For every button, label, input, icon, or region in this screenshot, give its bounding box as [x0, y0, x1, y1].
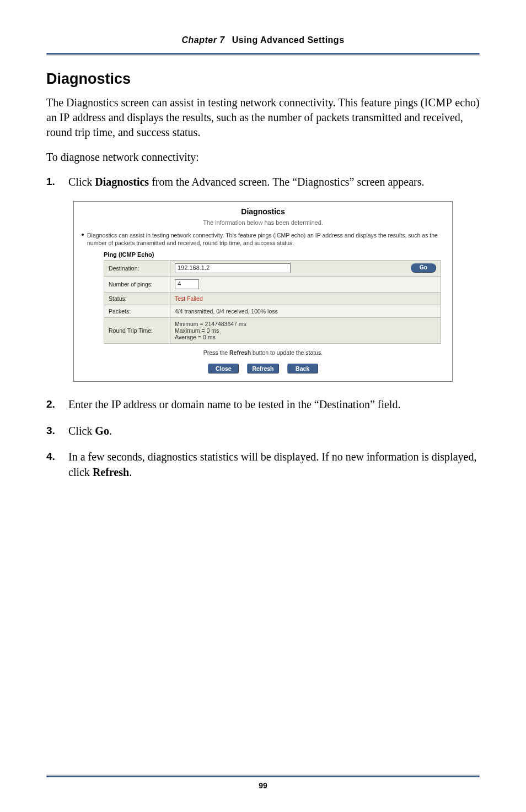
text: Click: [68, 176, 95, 188]
text: .: [129, 466, 132, 478]
embedded-screenshot: Diagnostics The information below has be…: [46, 201, 480, 382]
text: address and displays the results, such a…: [46, 111, 463, 138]
dialog-help-text: Press the Refresh button to update the s…: [79, 349, 447, 356]
step-1: 1. Click Diagnostics from the Advanced s…: [46, 175, 480, 190]
bold-text: Go: [95, 425, 109, 437]
page-number: 99: [0, 781, 526, 790]
dialog-note-text: Diagnostics can assist in testing networ…: [87, 231, 444, 247]
destination-label: Destination:: [104, 260, 170, 276]
smallcaps-icmp: ICMP: [424, 96, 452, 109]
footer-rule: [46, 775, 480, 777]
close-button[interactable]: Close: [208, 364, 239, 373]
section-heading: Diagnostics: [46, 71, 480, 88]
table-row: Packets: 4/4 transmitted, 0/4 received, …: [104, 305, 441, 317]
bold-text: Refresh: [93, 466, 129, 478]
text: Click: [68, 425, 95, 437]
bold-text: Diagnostics: [95, 176, 149, 188]
text: button to update the status.: [251, 349, 323, 356]
step-number: 1.: [46, 175, 60, 190]
chapter-label: Chapter 7: [181, 35, 224, 45]
step-number: 3.: [46, 424, 60, 439]
step-4: 4. In a few seconds, diagnostics statist…: [46, 450, 480, 480]
rtt-max: Maximum = 0 ms: [175, 327, 219, 334]
step-number: 4.: [46, 450, 60, 480]
text: .: [109, 425, 112, 437]
smallcaps-ip: IP: [60, 111, 70, 123]
rtt-value: Minimum = 2147483647 ms Maximum = 0 ms A…: [170, 317, 441, 343]
dialog-button-row: Close Refresh Back: [79, 364, 447, 373]
bold-text: Refresh: [229, 349, 251, 356]
header-rule: [46, 53, 480, 55]
intro-paragraph: The Diagnostics screen can assist in tes…: [46, 95, 480, 140]
step-number: 2.: [46, 397, 60, 413]
rtt-label: Round Trip Time:: [104, 317, 170, 343]
text: Press the: [203, 349, 229, 356]
pings-label: Number of pings:: [104, 276, 170, 292]
table-row: Round Trip Time: Minimum = 2147483647 ms…: [104, 317, 441, 343]
table-row: Destination: 192.168.1.2 Go: [104, 260, 441, 276]
status-label: Status:: [104, 292, 170, 305]
ping-section-label: Ping (ICMP Echo): [104, 251, 447, 258]
dialog-note: Diagnostics can assist in testing networ…: [82, 231, 444, 247]
go-button[interactable]: Go: [411, 263, 436, 273]
pings-input[interactable]: 4: [175, 279, 199, 289]
packets-value: 4/4 transmitted, 0/4 received, 100% loss: [170, 305, 441, 317]
smallcaps-ip: IP: [111, 398, 121, 410]
refresh-button[interactable]: Refresh: [247, 364, 278, 373]
dialog-title: Diagnostics: [79, 207, 447, 216]
text: address or domain name to be tested in t…: [121, 398, 401, 410]
step-2: 2. Enter the IP address or domain name t…: [46, 397, 480, 413]
text: The Diagnostics screen can assist in tes…: [46, 96, 424, 109]
destination-input[interactable]: 192.168.1.2: [175, 263, 291, 273]
lead-in: To diagnose network connectivity:: [46, 150, 480, 165]
status-value: Test Failed: [175, 295, 203, 302]
text: from the Advanced screen. The “Diagnosti…: [149, 176, 424, 188]
diagnostics-dialog: Diagnostics The information below has be…: [73, 201, 453, 382]
dialog-subtitle: The information below has been determine…: [79, 219, 447, 226]
text: Enter the: [68, 398, 111, 410]
diagnostics-table: Destination: 192.168.1.2 Go Number of pi…: [104, 260, 441, 344]
rtt-avg: Average = 0 ms: [175, 334, 216, 340]
table-row: Number of pings: 4: [104, 276, 441, 292]
back-button[interactable]: Back: [287, 364, 318, 373]
chapter-title: Using Advanced Settings: [232, 35, 345, 45]
rtt-min: Minimum = 2147483647 ms: [175, 321, 246, 327]
bullet-icon: [82, 234, 84, 236]
step-3: 3. Click Go.: [46, 424, 480, 439]
table-row: Status: Test Failed: [104, 292, 441, 305]
running-header: Chapter 7 Using Advanced Settings: [46, 35, 480, 55]
packets-label: Packets:: [104, 305, 170, 317]
